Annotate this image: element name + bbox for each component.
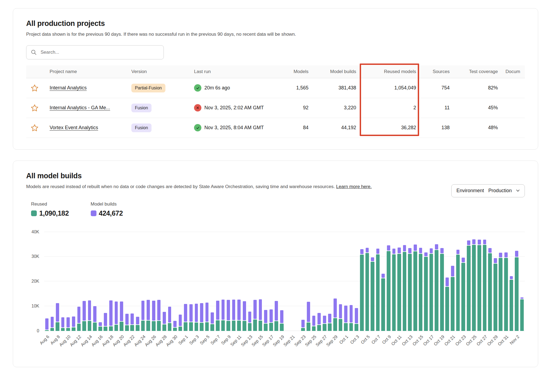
bar-slot	[199, 232, 204, 331]
last-run-cell: Nov 3, 2025, 8:04 AM GMT	[190, 118, 280, 138]
col-header-last-run[interactable]: Last run	[190, 65, 280, 78]
bar-slot	[375, 232, 381, 331]
col-header-models[interactable]: Models	[280, 65, 312, 78]
bar-segment-reused	[264, 324, 268, 331]
bar-segment-model-builds	[307, 301, 310, 322]
bar-slot	[450, 232, 455, 331]
bar-segment-model-builds	[472, 239, 476, 245]
stacked-bar	[72, 316, 75, 331]
stacked-bar	[355, 308, 358, 331]
last-run-text: Nov 3, 2025, 2:02 AM GMT	[204, 105, 264, 111]
bar-segment-reused	[168, 323, 172, 331]
bar-segment-reused	[157, 321, 161, 331]
stacked-bar	[45, 318, 49, 331]
x-tick-label: Aug 18	[101, 334, 114, 348]
test-coverage-cell: 48%	[453, 118, 502, 138]
x-tick-label: Sep 19	[272, 334, 285, 348]
bar-slot	[413, 232, 418, 331]
bar-slot	[498, 232, 503, 331]
bar-segment-reused	[88, 321, 92, 331]
x-tick-label: Aug 24	[133, 334, 147, 348]
bar-slot	[429, 232, 434, 331]
last-run-status: 20m 6s ago	[194, 84, 276, 92]
stacked-bar	[376, 248, 380, 331]
sources-cell: 138	[420, 118, 453, 138]
model-builds-chart: 010K20K30K40K Aug 6Aug 8Aug 10Aug 12Aug …	[26, 232, 525, 360]
bar-segment-reused	[504, 258, 508, 331]
bar-segment-reused	[243, 321, 246, 331]
bar-slot	[162, 232, 167, 331]
bar-slot	[87, 232, 92, 331]
stacked-bar	[477, 239, 481, 331]
col-header-version[interactable]: Version	[128, 65, 190, 78]
stacked-bar	[253, 300, 257, 331]
y-tick-label: 30K	[26, 254, 39, 259]
bar-segment-reused	[445, 287, 449, 331]
x-tick-label: Sep 17	[261, 334, 275, 348]
x-tick-label: Sep 7	[210, 334, 221, 346]
col-header-sources[interactable]: Sources	[420, 65, 453, 78]
col-header-reused-models[interactable]: Reused models	[360, 65, 420, 78]
legend-builds-label: Model builds	[91, 201, 123, 207]
bar-segment-reused	[510, 280, 513, 331]
bar-segment-reused	[477, 245, 481, 331]
legend-builds-swatch	[91, 210, 96, 216]
search-icon	[31, 49, 37, 55]
model-builds-cell: 381,438	[312, 78, 360, 98]
bar-slot	[81, 232, 87, 331]
favorite-star-button[interactable]	[30, 83, 39, 93]
bar-slot	[301, 232, 306, 331]
bar-slot	[76, 232, 82, 331]
bar-slot	[151, 232, 156, 331]
col-header-project-name[interactable]: Project name	[46, 65, 128, 78]
learn-more-link[interactable]: Learn more here.	[336, 184, 371, 189]
environment-select[interactable]: Environment Production	[451, 184, 525, 197]
search-input[interactable]	[40, 49, 159, 55]
project-name-link[interactable]: Vortex Event Analytics	[50, 125, 98, 130]
stacked-bar	[371, 257, 374, 331]
bar-slot	[124, 232, 130, 331]
col-header-docum[interactable]: Docum	[502, 65, 525, 78]
project-name-link[interactable]: Internal Analytics	[50, 85, 87, 91]
bar-segment-model-builds	[333, 298, 337, 318]
stacked-bar	[274, 301, 278, 331]
chart-x-axis: Aug 6Aug 8Aug 10Aug 12Aug 14Aug 16Aug 18…	[44, 331, 525, 360]
last-run-text: 20m 6s ago	[204, 85, 230, 91]
test-coverage-cell: 45%	[453, 98, 502, 118]
bar-segment-model-builds	[419, 248, 423, 254]
chart-plot: 010K20K30K40K	[44, 232, 525, 331]
bar-segment-model-builds	[259, 299, 262, 320]
bar-segment-model-builds	[50, 316, 54, 328]
stacked-bar	[280, 310, 284, 331]
bar-slot	[130, 232, 135, 331]
bar-segment-model-builds	[280, 310, 284, 323]
bar-segment-reused	[355, 324, 358, 331]
favorite-star-button[interactable]	[30, 103, 39, 113]
bar-slot	[354, 232, 359, 331]
x-tick-label: Sep 3	[188, 334, 200, 346]
chart-bars	[44, 232, 525, 331]
col-header-test-coverage[interactable]: Test coverage	[453, 65, 502, 78]
legend-item-reused: Reused 1,090,182	[31, 201, 69, 217]
stacked-bar	[397, 247, 401, 331]
bar-segment-model-builds	[195, 303, 198, 322]
stacked-bar	[264, 310, 268, 331]
bar-segment-reused	[200, 323, 204, 331]
stacked-bar	[88, 300, 92, 331]
bar-segment-reused	[435, 250, 438, 331]
legend-reused-value: 1,090,182	[39, 209, 69, 217]
test-coverage-cell: 82%	[453, 78, 502, 98]
stacked-bar	[120, 301, 123, 331]
bar-segment-reused	[259, 321, 262, 331]
project-name-link[interactable]: Internal Analytics - GA Me...	[50, 105, 110, 110]
stacked-bar	[104, 313, 107, 331]
project-search-box[interactable]	[26, 45, 164, 59]
bar-slot	[439, 232, 445, 331]
favorite-star-button[interactable]	[30, 123, 39, 132]
stacked-bar	[61, 317, 65, 331]
bar-segment-model-builds	[376, 248, 380, 254]
col-header-model-builds[interactable]: Model builds	[312, 65, 360, 78]
bar-slot	[391, 232, 397, 331]
stacked-bar	[381, 273, 385, 331]
bar-segment-reused	[312, 326, 316, 331]
